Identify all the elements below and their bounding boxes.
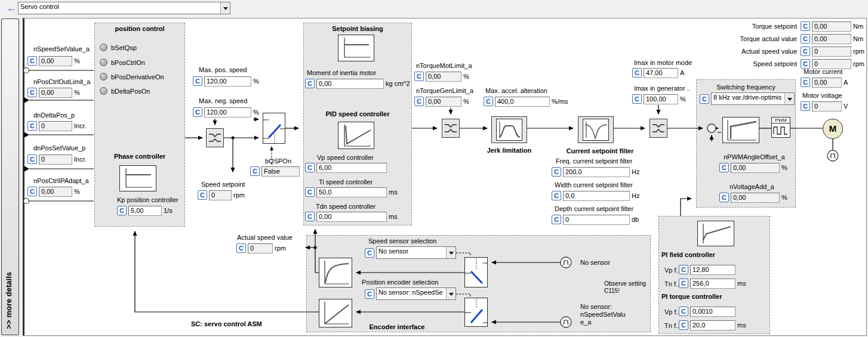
code-button[interactable]: C <box>679 265 688 274</box>
code-button[interactable]: C <box>632 68 642 78</box>
code-button[interactable]: C <box>552 167 561 177</box>
code-button[interactable]: C <box>719 163 729 172</box>
dropdown-arrow-icon[interactable] <box>784 93 794 104</box>
filter-freq-value[interactable]: 200,0 <box>563 167 630 177</box>
port-label: dnDeltaPos_p <box>33 112 75 119</box>
code-button[interactable]: C <box>193 76 202 86</box>
speed-sensor-dropdown[interactable]: No sensor <box>376 246 456 259</box>
code-button[interactable]: C <box>365 248 374 258</box>
position-control-title: position control <box>94 25 185 33</box>
voltage-add-unit: % <box>781 193 787 203</box>
code-button[interactable]: C <box>27 88 37 97</box>
code-button[interactable]: C <box>250 166 260 176</box>
more-details-button[interactable]: >> more details <box>1 18 19 335</box>
pi-torque-tn-field: C 20,0 ms <box>679 320 746 330</box>
speed-setpoint-value: 0 <box>209 190 232 200</box>
code-button[interactable]: C <box>801 21 810 31</box>
code-button[interactable]: C <box>365 289 374 299</box>
code-button[interactable]: C <box>198 190 207 200</box>
no-sensor-source-label: No sensor <box>580 259 610 267</box>
dropdown-arrow-icon[interactable] <box>446 247 455 258</box>
kp-value[interactable]: 5,00 <box>128 206 162 216</box>
code-button[interactable]: C <box>236 243 246 253</box>
code-button[interactable]: C <box>801 59 810 69</box>
pi-field-vp-value[interactable]: 12,80 <box>690 265 735 275</box>
max-accel-value[interactable]: 400,0 <box>495 97 550 107</box>
switching-frequency-dropdown[interactable]: 8 kHz var./drive-optimis <box>711 92 795 105</box>
monitor-label: Actual speed value <box>719 48 797 55</box>
code-button[interactable]: C <box>679 320 688 330</box>
pi-torque-vp-value[interactable]: 0,0010 <box>690 307 735 317</box>
step-response-icon <box>338 35 374 61</box>
code-button[interactable]: C <box>117 206 127 215</box>
notch-filter-icon <box>583 119 608 140</box>
monitor-unit: Nm <box>853 21 863 32</box>
max-accel-unit: %/ms <box>552 97 568 107</box>
imax-gen-value[interactable]: 100,00 <box>644 94 678 104</box>
code-button[interactable]: C <box>679 307 688 316</box>
vp-speed-value[interactable]: 6,00 <box>316 163 387 173</box>
pi-field-tn-value[interactable]: 256,0 <box>690 279 735 289</box>
torque-mot-limit-value: 0,00 <box>426 72 461 82</box>
code-button[interactable]: C <box>484 97 493 106</box>
motor-voltage-unit: V <box>844 101 848 112</box>
bqspon-label: bQSPOn <box>265 157 291 165</box>
pi-field-vp-label: Vp f.. <box>664 267 680 274</box>
inertia-value[interactable]: 0,00 <box>316 79 384 89</box>
imax-motor-value[interactable]: 47,00 <box>644 68 678 78</box>
code-button[interactable]: C <box>801 47 810 56</box>
view-selector-dropdown[interactable]: Servo control <box>18 2 230 14</box>
dropdown-arrow-icon[interactable] <box>446 288 455 299</box>
code-button[interactable]: C <box>305 187 315 197</box>
code-button[interactable]: C <box>305 79 315 88</box>
code-button[interactable]: C <box>801 78 810 87</box>
code-button[interactable]: C <box>414 97 424 106</box>
code-button[interactable]: C <box>552 215 561 224</box>
filter-width-value[interactable]: 0,0 <box>563 191 630 201</box>
monitor-unit: rpm <box>853 47 864 57</box>
code-button[interactable]: C <box>632 94 642 104</box>
filter-depth-value[interactable]: 0 <box>563 215 630 225</box>
more-details-label: >> more details <box>4 272 13 329</box>
monitor-field: C 0 rpm <box>801 47 864 57</box>
code-button[interactable]: C <box>193 107 202 117</box>
code-button[interactable]: C <box>801 34 810 44</box>
pi-torque-vp-label: Vp f.. <box>664 308 680 316</box>
bqspon-field: C False <box>250 166 300 177</box>
code-button[interactable]: C <box>27 56 37 66</box>
pi-field-tn-label: Tn f.. <box>664 280 679 288</box>
code-button[interactable]: C <box>27 187 37 196</box>
jerk-limitation-title: Jerk limitation <box>485 147 533 154</box>
code-button[interactable]: C <box>552 191 561 200</box>
filter-depth-unit: db <box>632 215 639 225</box>
code-button[interactable]: C <box>27 154 37 164</box>
dropdown-arrow-icon[interactable] <box>220 2 230 14</box>
pid-response-icon <box>338 122 374 149</box>
pi-torque-tn-value[interactable]: 20,0 <box>690 320 735 330</box>
code-button[interactable]: C <box>414 72 424 81</box>
back-arrow-icon[interactable]: ← <box>7 2 17 14</box>
setpoint-biasing-block <box>338 35 374 61</box>
actual-speed-feedback-value: 0 <box>248 243 273 253</box>
ramp-icon <box>698 221 734 246</box>
notch-curve-box <box>583 119 609 141</box>
code-button[interactable]: C <box>719 193 729 202</box>
torque-mot-limit-label: nTorqueMotLimit_a <box>416 62 472 70</box>
port-label: nPosCtrlOutLimit_a <box>33 78 90 86</box>
max-pos-speed-value[interactable]: 120,00 <box>204 76 251 86</box>
max-neg-speed-unit: % <box>253 107 259 118</box>
code-button[interactable]: C <box>305 163 315 172</box>
switch-icon <box>465 258 487 287</box>
max-neg-speed-value[interactable]: 120,00 <box>204 107 251 118</box>
tdn-speed-value[interactable]: 0,00 <box>316 212 387 222</box>
code-button[interactable]: C <box>801 101 810 111</box>
no-sensor2-source-label: No sensor: nSpeedSetValu e_a <box>580 303 626 326</box>
code-button[interactable]: C <box>305 212 315 221</box>
torque-mot-limit-field: C 0,00 % <box>414 72 469 82</box>
ti-speed-value[interactable]: 50,0 <box>316 187 387 197</box>
actual-speed-feedback-field: C 0 rpm <box>236 243 286 253</box>
code-button[interactable]: C <box>679 279 688 288</box>
code-button[interactable]: C <box>27 121 37 131</box>
code-button[interactable]: C <box>700 94 709 104</box>
position-encoder-dropdown[interactable]: No sensor: nSpeedSe <box>376 287 456 300</box>
